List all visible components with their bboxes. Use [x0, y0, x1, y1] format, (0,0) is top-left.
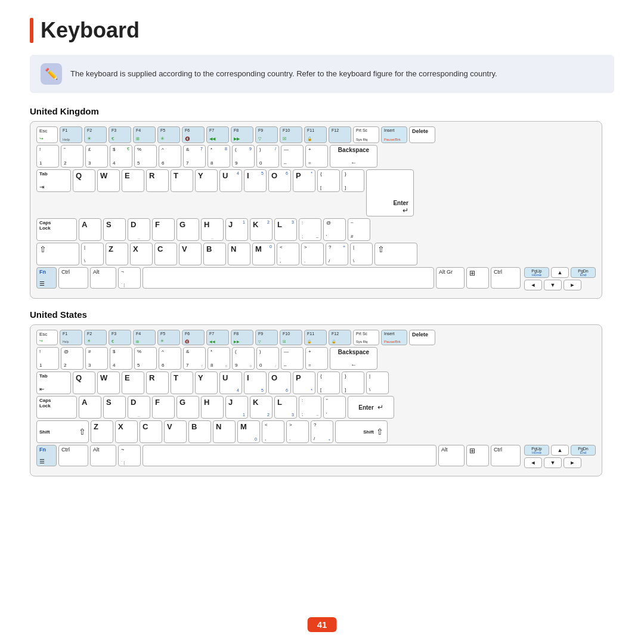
us-fn-row: Esc↪ F1Help F2☀ F3€ F4⊞ F5✳ F6🔇 F7◀◀ F8▶… — [36, 330, 596, 345]
key-f4: F4⊞ — [133, 126, 156, 143]
key-comma: <‚, — [277, 243, 299, 265]
key-f3: F3€ — [109, 126, 131, 143]
key-f10-us: F10☒ — [280, 330, 302, 345]
key-backtick-us: !1 — [36, 347, 59, 370]
key-backslash: |\ — [81, 243, 104, 265]
key-f3-us: F3€ — [109, 330, 131, 345]
key-f8: F8▶▶ — [231, 126, 253, 143]
key-5-us: %5 — [134, 347, 157, 370]
keyboard-us: Esc↪ F1Help F2☀ F3€ F4⊞ F5✳ F6🔇 F7◀◀ F8▶… — [30, 324, 602, 476]
us-nav-cluster: PgUpHome ▲ PgDnEnd ◄ ▼ ► — [524, 445, 596, 468]
key-space-us — [143, 445, 436, 466]
key-8: *88 — [208, 145, 230, 168]
key-c-us: C — [140, 420, 162, 443]
key-j-us: J1 — [225, 396, 248, 419]
key-period-us: >. — [286, 420, 309, 443]
key-f10: F10☒ — [280, 126, 302, 143]
key-shift-l-uk: ⇧ — [36, 243, 79, 265]
key-f2: F2☀ — [84, 126, 107, 143]
us-bottom-row: Fn☰ Ctrl Alt ~` | Alt ⊞ Ctrl PgUpHome ▲ … — [36, 445, 596, 468]
key-right-uk: ► — [564, 280, 581, 290]
page-title: Keyboard — [41, 18, 140, 43]
key-insert-us: InsertPause/Brk — [381, 330, 407, 345]
key-backslash2: |\ — [350, 243, 373, 265]
key-f5: F5✳ — [157, 126, 180, 143]
uk-zxcv-row: ⇧ |\ Z X C V B N M0 <‚, >. ?+/ |\ ⇧ — [36, 243, 596, 265]
key-a: A — [79, 218, 101, 241]
key-capslock-us: CapsLock — [36, 396, 77, 419]
key-ctrl-l-us: Ctrl — [58, 445, 88, 466]
key-pgup-us: PgUpHome — [524, 445, 549, 456]
key-space-uk — [143, 267, 434, 289]
key-lbracket: {[ — [317, 169, 340, 192]
key-r-us: R — [146, 371, 169, 394]
key-v: V — [179, 243, 202, 265]
key-2-us: @2 — [61, 347, 83, 370]
key-p: P* — [293, 169, 315, 192]
key-ctrl-r-uk: Ctrl — [491, 267, 521, 289]
key-f9-us: F9▽ — [255, 330, 278, 345]
key-up-uk: ▲ — [551, 267, 569, 278]
uk-fn-row: Esc↪ F1Help F2☀ F3€ F4⊞ F5✳ F6🔇 F7◀◀ F8▶… — [36, 126, 596, 143]
key-g: G — [177, 218, 199, 241]
us-asdf-row: CapsLock A S D_ F G H J1 K2 L3 :;– "' En… — [36, 396, 596, 419]
key-f8-us: F8▶▶ — [231, 330, 253, 345]
key-b: B — [203, 243, 226, 265]
uk-bottom-row: Fn☰ Ctrl Alt ¬` | Alt Gr ⊞ Ctrl PgUpHome… — [36, 267, 596, 290]
key-equals-us: += — [305, 347, 328, 370]
key-w-us: W — [97, 371, 120, 394]
key-0-us: )0/ — [256, 347, 279, 370]
key-k-us: K2 — [250, 396, 273, 419]
key-h: H_ — [201, 218, 224, 241]
key-8-us: *88 — [208, 347, 230, 370]
key-4: $€4 — [110, 145, 132, 168]
key-capslock-uk: CapsLock — [36, 218, 77, 241]
key-q: Q — [73, 169, 95, 192]
key-2: "2 — [61, 145, 83, 168]
key-s-us: S — [103, 396, 126, 419]
page-container: Keyboard ✏️ The keyboard is supplied acc… — [0, 0, 644, 505]
key-down-us: ▼ — [544, 457, 562, 468]
key-m-us: M0 — [237, 420, 260, 443]
key-o: O6 — [268, 169, 291, 192]
key-f7-us: F7◀◀ — [206, 330, 229, 345]
key-9: (99 — [232, 145, 255, 168]
section-uk-title: United Kingdom — [30, 106, 614, 116]
key-rbracket: }] — [342, 169, 364, 192]
key-esc: Esc↪ — [36, 126, 58, 143]
key-4-us: $4 — [110, 347, 132, 370]
key-pgup-uk: PgUpHome — [524, 267, 549, 278]
key-altgr-uk: Alt Gr — [436, 267, 465, 289]
key-7-us: &77 — [183, 347, 206, 370]
key-fn-uk: Fn☰ — [36, 267, 57, 289]
key-comma-us: <, — [262, 420, 284, 443]
key-esc-us: Esc↪ — [36, 330, 58, 345]
key-3: £3 — [85, 145, 108, 168]
key-9-us: (99 — [232, 347, 255, 370]
key-win-uk: ⊞ — [466, 267, 489, 289]
key-slash: ?+/ — [326, 243, 348, 265]
key-minus: —– — [281, 145, 304, 168]
key-j: J1 — [225, 218, 248, 241]
key-f1: F1Help — [60, 126, 82, 143]
key-delete-us: Delete — [409, 330, 435, 345]
key-down-uk: ▼ — [544, 280, 562, 290]
note-text: The keyboard is supplied according to th… — [70, 68, 497, 80]
key-t-us: T — [171, 371, 193, 394]
key-f: F — [152, 218, 175, 241]
title-accent-bar — [30, 18, 33, 43]
keyboard-uk: Esc↪ F1Help F2☀ F3€ F4⊞ F5✳ F6🔇 F7◀◀ F8▶… — [30, 121, 602, 299]
key-delete: Delete — [409, 126, 435, 143]
key-l: L3 — [274, 218, 297, 241]
key-shift-r-uk: ⇧ — [374, 243, 417, 265]
key-quote-us: "' — [323, 396, 346, 419]
key-shift-r-us: Shift⇧ — [335, 420, 388, 443]
key-g-us: G — [177, 396, 199, 419]
key-h-us: H — [201, 396, 224, 419]
uk-num-row: !1 "2 £3 $€4 %5 ^6 &77 *88 (99 )/0 —– +=… — [36, 145, 596, 168]
uk-qwerty-row: Tab⇥ Q W E R T Y U4 I5 O6 P* {[ }] Enter… — [36, 169, 596, 216]
key-d: D_ — [128, 218, 150, 241]
key-lbracket-us: {[ — [317, 371, 340, 394]
key-f1-us: F1Help — [60, 330, 82, 345]
key-3-us: #3 — [85, 347, 108, 370]
